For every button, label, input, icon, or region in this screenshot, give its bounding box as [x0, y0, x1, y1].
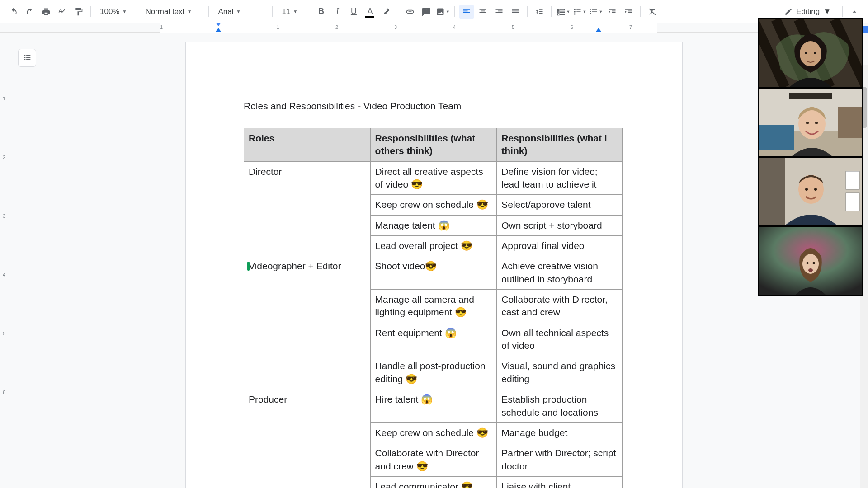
redo-button[interactable] — [23, 5, 37, 19]
cell-role[interactable]: Director — [244, 161, 371, 256]
cell-others[interactable]: Lead overall project 😎 — [370, 236, 497, 256]
cell-mine[interactable]: Own all technical aspects of video — [497, 323, 623, 356]
separator — [454, 6, 455, 17]
cell-mine[interactable]: Own script + storyboard — [497, 215, 623, 235]
vertical-ruler[interactable]: 1 2 3 4 5 6 — [0, 33, 12, 488]
fontsize-value: 11 — [282, 7, 290, 16]
svg-rect-20 — [759, 158, 785, 225]
cell-others[interactable]: Keep crew on schedule 😎 — [370, 422, 497, 443]
ruler-tick: 3 — [394, 24, 397, 30]
numbered-list-button[interactable]: ▼ — [589, 5, 603, 19]
ruler-tick: 1 — [160, 24, 163, 30]
italic-button[interactable]: I — [330, 5, 344, 19]
outline-toggle-button[interactable] — [18, 49, 36, 67]
cell-mine[interactable]: Define vision for video; lead team to ac… — [497, 161, 623, 195]
cell-others[interactable]: Keep crew on schedule 😎 — [370, 195, 497, 215]
text-color-button[interactable]: A — [363, 5, 377, 19]
zoom-value: 100% — [100, 7, 119, 16]
first-line-indent-marker[interactable] — [216, 23, 221, 26]
cell-role[interactable]: Producer — [244, 389, 371, 488]
cell-others[interactable]: Manage all camera and lighting equipment… — [370, 290, 497, 323]
cell-role[interactable]: Videographer + Editor — [244, 256, 371, 389]
style-value: Normal text — [145, 7, 184, 16]
svg-point-18 — [815, 122, 818, 124]
header-others[interactable]: Responsibilities (what others think) — [370, 128, 497, 162]
cell-mine[interactable]: Achieve creative vision outlined in stor… — [497, 256, 623, 290]
paint-format-button[interactable] — [71, 5, 86, 19]
document-page[interactable]: Roles and Responsibilities - Video Produ… — [185, 42, 683, 488]
collapse-toolbar-button[interactable] — [847, 5, 862, 19]
video-tile-1[interactable] — [759, 19, 862, 87]
separator — [90, 6, 91, 17]
style-dropdown[interactable]: Normal text▼ — [141, 5, 204, 19]
svg-point-3 — [574, 9, 576, 10]
svg-point-9 — [805, 52, 807, 54]
document-title[interactable]: Roles and Responsibilities - Video Produ… — [244, 101, 624, 112]
ruler-tick: 4 — [3, 272, 5, 277]
document-canvas[interactable]: 1 2 3 4 5 6 Roles and Responsibilities -… — [0, 33, 868, 488]
horizontal-ruler[interactable]: 1 1 2 3 4 5 6 7 — [160, 23, 657, 33]
highlight-button[interactable] — [379, 5, 393, 19]
ruler-tick: 3 — [3, 213, 5, 219]
ruler-tick: 1 — [277, 24, 279, 30]
roles-table[interactable]: Roles Responsibilities (what others thin… — [244, 128, 623, 488]
cell-others[interactable]: Lead communicator 😎 — [370, 476, 497, 488]
table-row[interactable]: Videographer + EditorShoot video😎Achieve… — [244, 256, 623, 290]
video-tile-2[interactable] — [759, 89, 862, 156]
cell-mine[interactable]: Manage budget — [497, 422, 623, 443]
cell-others[interactable]: Manage talent 😱 — [370, 215, 497, 235]
ruler-tick: 2 — [3, 155, 5, 160]
cell-others[interactable]: Shoot video😎 — [370, 256, 497, 290]
align-right-button[interactable] — [492, 5, 506, 19]
cell-others[interactable]: Direct all creative aspects of video 😎 — [370, 161, 497, 195]
cell-mine[interactable]: Establish production schedule and locati… — [497, 389, 623, 423]
table-row[interactable]: ProducerHire talent 😱Establish productio… — [244, 389, 623, 423]
svg-rect-22 — [846, 193, 859, 211]
indent-decrease-button[interactable] — [605, 5, 619, 19]
cell-others[interactable]: Rent equipment 😱 — [370, 323, 497, 356]
editing-mode-dropdown[interactable]: Editing ▼ — [778, 4, 838, 20]
ruler-tick: 6 — [3, 389, 5, 395]
table-row[interactable]: DirectorDirect all creative aspects of v… — [244, 161, 623, 195]
line-spacing-button[interactable] — [532, 5, 547, 19]
cell-mine[interactable]: Collaborate with Director, cast and crew — [497, 290, 623, 323]
font-dropdown[interactable]: Arial▼ — [213, 5, 268, 19]
svg-point-24 — [805, 188, 808, 191]
cell-mine[interactable]: Partner with Director; script doctor — [497, 443, 623, 477]
align-justify-button[interactable] — [508, 5, 523, 19]
align-left-button[interactable] — [459, 5, 474, 19]
cell-others[interactable]: Hire talent 😱 — [370, 389, 497, 423]
header-roles[interactable]: Roles — [244, 128, 371, 162]
image-button[interactable]: ▼ — [435, 5, 450, 19]
undo-button[interactable] — [6, 5, 21, 19]
cell-others[interactable]: Collaborate with Director and crew 😎 — [370, 443, 497, 477]
ruler-tick: 5 — [512, 24, 514, 30]
video-tile-3[interactable] — [759, 158, 862, 225]
link-button[interactable] — [403, 5, 417, 19]
video-tile-4[interactable] — [759, 227, 862, 295]
cell-mine[interactable]: Select/approve talent — [497, 195, 623, 215]
fontsize-dropdown[interactable]: 11▼ — [277, 5, 304, 19]
print-button[interactable] — [39, 5, 53, 19]
chevron-down-icon: ▼ — [566, 9, 570, 14]
bold-button[interactable]: B — [314, 5, 328, 19]
cell-others[interactable]: Handle all post-production editing 😎 — [370, 356, 497, 389]
cell-mine[interactable]: Visual, sound and graphics editing — [497, 356, 623, 389]
align-center-button[interactable] — [476, 5, 490, 19]
svg-rect-21 — [846, 171, 859, 189]
clear-format-button[interactable] — [645, 5, 660, 19]
zoom-dropdown[interactable]: 100%▼ — [95, 5, 131, 19]
checklist-button[interactable]: ▼ — [556, 5, 571, 19]
underline-button[interactable]: U — [346, 5, 361, 19]
table-header-row[interactable]: Roles Responsibilities (what others thin… — [244, 128, 623, 162]
cell-mine[interactable]: Liaise with client — [497, 476, 623, 488]
header-mine[interactable]: Responsibilities (what I think) — [497, 128, 623, 162]
video-call-mosaic[interactable] — [758, 18, 863, 296]
spellcheck-button[interactable] — [55, 5, 70, 19]
indent-increase-button[interactable] — [621, 5, 636, 19]
left-indent-marker[interactable] — [216, 28, 221, 32]
right-indent-marker[interactable] — [596, 28, 601, 32]
bullet-list-button[interactable]: ▼ — [572, 5, 587, 19]
comment-button[interactable] — [419, 5, 434, 19]
cell-mine[interactable]: Approval final video — [497, 236, 623, 256]
